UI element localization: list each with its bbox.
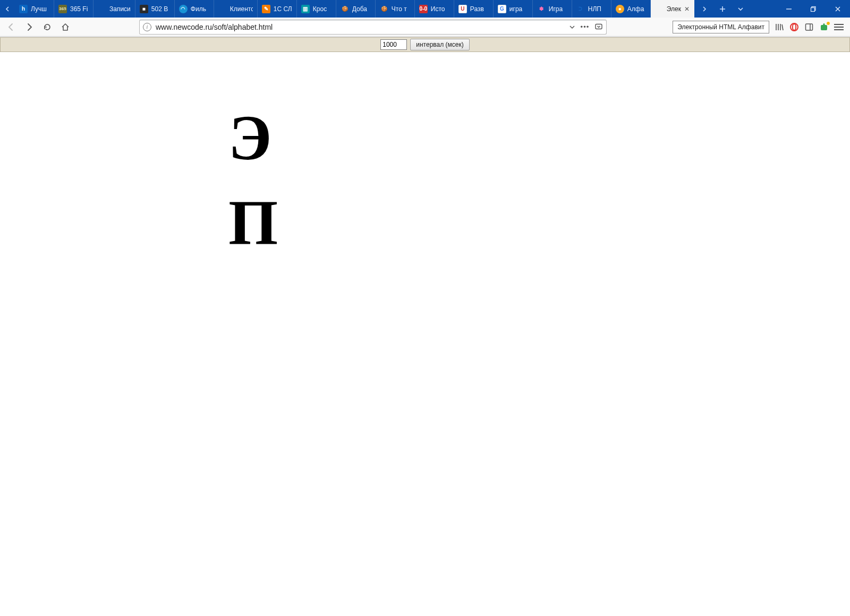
window-restore-button[interactable] <box>801 0 826 18</box>
page-actions-icon[interactable]: ••• <box>581 23 590 31</box>
tab-9[interactable]: 🍪 Что т <box>376 0 415 18</box>
tab-favicon: 0-0 <box>419 5 428 13</box>
close-tab-icon[interactable]: ✕ <box>684 5 690 13</box>
tab-favicon <box>655 5 664 13</box>
tab-label: 1С СЛ <box>274 5 292 13</box>
url-bar-container: i www.newcode.ru/soft/alphabet.html ••• <box>139 20 607 35</box>
letter-line-1: Э <box>228 106 278 170</box>
extension-icon[interactable] <box>819 22 829 32</box>
svg-rect-5 <box>806 24 813 30</box>
letter-line-2: П <box>228 191 278 255</box>
tab-favicon: ✎ <box>262 5 270 13</box>
tab-14[interactable]: ꓛ НЛП <box>572 0 611 18</box>
app-menu-button[interactable] <box>834 22 844 32</box>
tab-13[interactable]: ✽ Игра <box>533 0 572 18</box>
tab-1[interactable]: 365 365 Fi <box>54 0 94 18</box>
tab-strip-controls <box>694 0 751 18</box>
window-close-button[interactable] <box>826 0 850 18</box>
hamburger-icon <box>834 24 844 30</box>
opera-icon[interactable] <box>789 22 799 32</box>
tab-8[interactable]: 🍪 Доба <box>336 0 376 18</box>
tab-strip: h Лучш 365 365 Fi Записи ■ 502 B ◠ Филь … <box>0 0 694 18</box>
page-title-box: Электронный HTML Алфавит <box>673 21 769 33</box>
tab-scroll-right[interactable] <box>696 0 712 18</box>
tab-7[interactable]: ▥ Крос <box>297 0 336 18</box>
tab-label: Записи <box>109 5 131 13</box>
tab-favicon: ꓛ <box>576 5 585 13</box>
tab-5[interactable]: Клиентск <box>214 0 258 18</box>
svg-rect-1 <box>811 7 815 11</box>
tab-label: НЛП <box>588 5 607 13</box>
sidebar-icon[interactable] <box>804 22 814 32</box>
tab-4[interactable]: ◠ Филь <box>175 0 214 18</box>
url-text[interactable]: www.newcode.ru/soft/alphabet.html <box>156 23 565 31</box>
window-controls <box>777 0 850 18</box>
tab-favicon: 365 <box>58 5 67 13</box>
interval-button[interactable]: интервал (мсек) <box>410 39 469 50</box>
nav-back-button[interactable] <box>3 19 19 35</box>
control-panel: интервал (мсек) <box>0 37 850 52</box>
library-icon[interactable] <box>775 22 784 32</box>
list-all-tabs-button[interactable] <box>733 0 749 18</box>
site-info-icon[interactable]: i <box>143 23 151 31</box>
tab-6[interactable]: ✎ 1С СЛ <box>258 0 297 18</box>
cookie-icon: 🍪 <box>341 5 349 13</box>
tab-favicon: ■ <box>140 5 148 13</box>
tab-label: Лучш <box>31 5 49 13</box>
tab-favicon: U <box>458 5 467 13</box>
interval-input[interactable] <box>380 39 407 50</box>
tab-favicon: h <box>19 5 28 13</box>
svg-point-3 <box>790 23 798 31</box>
urlbar-right-icons: ••• <box>569 23 604 31</box>
tab-10[interactable]: 0-0 Исто <box>415 0 454 18</box>
nav-home-button[interactable] <box>57 19 73 35</box>
alphabet-display: Э П <box>228 106 278 255</box>
tab-12[interactable]: G игра <box>494 0 533 18</box>
tab-label: Алфа <box>627 5 646 13</box>
browser-titlebar: h Лучш 365 365 Fi Записи ■ 502 B ◠ Филь … <box>0 0 850 18</box>
tab-label: Игра <box>549 5 567 13</box>
toolbar-right-icons <box>771 22 847 32</box>
tab-label: Что т <box>392 5 410 13</box>
tab-label: игра <box>509 5 528 13</box>
tab-favicon <box>98 5 106 13</box>
tab-label: 365 Fi <box>70 5 89 13</box>
chevron-down-icon[interactable] <box>569 24 575 30</box>
tab-favicon <box>218 5 227 13</box>
nav-forward-button[interactable] <box>21 19 37 35</box>
nav-reload-button[interactable] <box>39 19 55 35</box>
google-icon: G <box>498 5 506 13</box>
flower-icon: ✽ <box>537 5 546 13</box>
tab-label: Исто <box>431 5 449 13</box>
tab-label: 502 B <box>151 5 170 13</box>
tab-favicon: ▥ <box>301 5 310 13</box>
pocket-icon[interactable] <box>594 23 603 31</box>
tab-0[interactable]: h Лучш <box>15 0 54 18</box>
tab-label: Доба <box>352 5 371 13</box>
svg-rect-2 <box>596 24 602 29</box>
svg-rect-7 <box>821 25 827 30</box>
tab-15[interactable]: ● Алфа <box>611 0 651 18</box>
tab-active[interactable]: Электр ✕ <box>651 0 694 18</box>
tab-label: Разв <box>470 5 489 13</box>
url-bar[interactable]: i www.newcode.ru/soft/alphabet.html ••• <box>139 20 607 35</box>
new-tab-button[interactable] <box>715 0 730 18</box>
tab-scroll-left[interactable] <box>0 0 15 18</box>
cookie-icon: 🍪 <box>380 5 388 13</box>
window-minimize-button[interactable] <box>777 0 801 18</box>
tab-2[interactable]: Записи <box>94 0 135 18</box>
page-content: интервал (мсек) Э П <box>0 37 850 616</box>
tab-label: Крос <box>313 5 332 13</box>
tab-label: Клиентск <box>230 5 253 13</box>
svg-point-4 <box>793 24 796 30</box>
tab-favicon: ● <box>616 5 624 13</box>
browser-toolbar: i www.newcode.ru/soft/alphabet.html ••• … <box>0 18 850 37</box>
tab-label: Электр <box>667 5 681 13</box>
svg-rect-8 <box>823 23 825 25</box>
tab-label: Филь <box>191 5 209 13</box>
tab-3[interactable]: ■ 502 B <box>135 0 175 18</box>
headphones-icon: ◠ <box>179 5 188 13</box>
tab-11[interactable]: U Разв <box>454 0 494 18</box>
